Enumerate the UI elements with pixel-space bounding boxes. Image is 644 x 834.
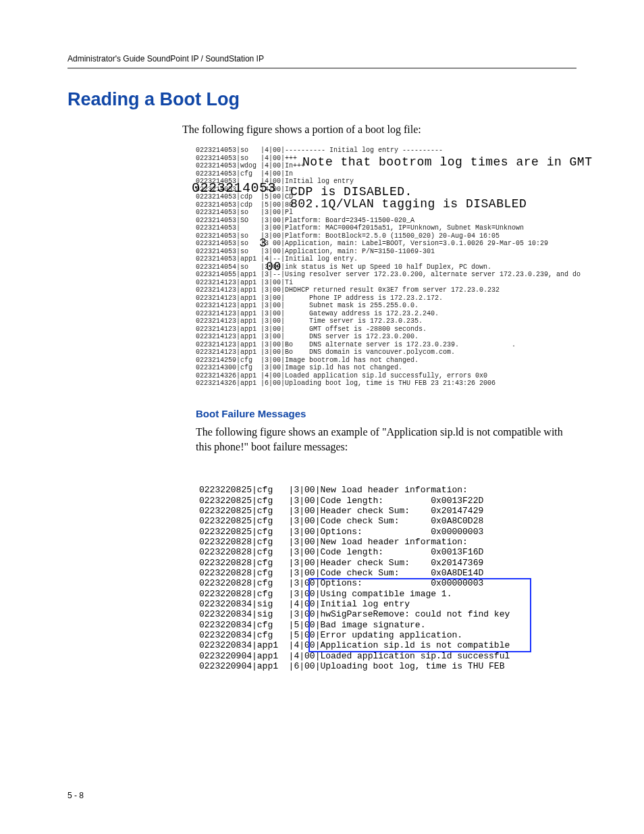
boot-log-figure: 0223214053|so |4|00|---------- Initial l… [196,147,574,388]
overlay-three: 3 [259,236,267,250]
fail-intro-paragraph: The following figure shows an example of… [196,425,576,455]
overlay-oo: 00 [266,260,281,273]
overlay-cdp: CDP is DISABLED. [290,185,412,199]
overlay-note: Note that bootrom log times are in GMT [302,155,592,169]
fail-log-figure: 0223220825|cfg |3|00|New load header inf… [199,465,576,703]
intro-paragraph: The following figure shows a portion of … [182,122,576,137]
fail-log-text: 0223220825|cfg |3|00|New load header inf… [199,485,576,671]
section-title: Reading a Boot Log [68,89,576,110]
overlay-vlan: 802.1Q/VLAN tagging is DISABLED [290,197,527,211]
page-number: 5 - 8 [68,791,84,800]
overlay-timestamp: 0223214053 [192,180,276,196]
running-header: Administrator's Guide SoundPoint IP / So… [68,54,576,69]
subsection-title: Boot Failure Messages [196,408,576,419]
